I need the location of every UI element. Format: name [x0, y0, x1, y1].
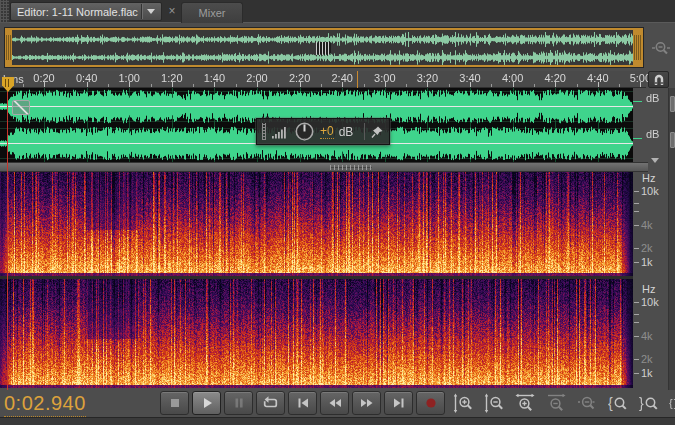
ruler-tick [555, 82, 556, 87]
audition-window: Editor: 1-11 Normale.flac × Mixer [0, 0, 675, 425]
fast-forward-button[interactable] [352, 391, 381, 415]
ruler-tick [278, 84, 279, 87]
ruler-labels: 0:200:401:001:201:402:002:202:403:003:20… [0, 71, 646, 87]
ruler-tick [214, 82, 215, 87]
ruler-tick [193, 84, 194, 87]
loop-icon [262, 395, 279, 411]
splitter-grip[interactable] [330, 165, 372, 170]
tab-mixer[interactable]: Mixer [181, 2, 243, 23]
wave-spectral-splitter[interactable] [0, 162, 648, 172]
timeline-ruler[interactable]: hms 0:200:401:001:201:402:002:202:403:00… [0, 71, 646, 88]
hud-divider [364, 123, 365, 140]
ruler-tick [406, 84, 407, 87]
chevron-down-icon [147, 9, 155, 14]
play-button[interactable] [192, 391, 221, 415]
zoom-navigator[interactable] [4, 27, 644, 68]
stop-button[interactable] [160, 391, 189, 415]
skip-back-icon [295, 395, 311, 411]
pause-button[interactable] [224, 391, 253, 415]
ruler-tick [87, 82, 88, 87]
ruler-tick [172, 82, 173, 87]
gain-hud[interactable]: +0 dB [256, 118, 390, 145]
db-tick [633, 138, 642, 139]
db-scale-label: dB [646, 128, 659, 140]
ruler-tick [321, 84, 322, 87]
panel-menu-arrow-icon[interactable] [651, 158, 659, 163]
playhead-line [7, 88, 8, 390]
zoom-out-amplitude-button[interactable] [483, 392, 505, 414]
ruler-tick [342, 82, 343, 87]
zoom-out-point-button[interactable]: } [638, 392, 660, 414]
magnet-icon [652, 73, 666, 86]
ruler-tick [598, 82, 599, 87]
svg-text:{: { [669, 397, 673, 409]
scrollbar-thumb[interactable] [670, 132, 675, 148]
zoom-out-time-button[interactable] [545, 392, 567, 414]
navigator-position-grip[interactable] [316, 42, 331, 55]
hz-unit-label: Hz [642, 283, 655, 295]
svg-text:{: { [608, 395, 613, 411]
record-button[interactable] [416, 391, 445, 415]
rewind-button[interactable] [320, 391, 349, 415]
spectrogram-channel-left-canvas[interactable] [0, 172, 633, 276]
tab-separator [141, 4, 142, 19]
zoom-out-full-icon[interactable] [650, 37, 672, 59]
zoom-in-point-button[interactable]: { [607, 392, 629, 414]
mixer-tab-label: Mixer [199, 7, 226, 19]
snap-toggle-button[interactable] [648, 71, 669, 88]
db-tick [633, 101, 642, 102]
ruler-tick [300, 82, 301, 87]
ruler-tick [491, 84, 492, 87]
zoom-in-amplitude-button[interactable] [452, 392, 474, 414]
ruler-tick [513, 82, 514, 87]
ruler-tick [619, 84, 620, 87]
mini-hud-icon[interactable] [12, 100, 30, 115]
freq-label: 2k [641, 353, 653, 365]
gain-knob-icon[interactable] [294, 121, 315, 142]
selection-right-handle[interactable] [633, 28, 643, 67]
status-bar [0, 417, 675, 425]
zoom-to-selection-button[interactable]: { } [669, 392, 675, 414]
selection-left-handle[interactable] [5, 28, 12, 67]
handle-grip-lines [6, 35, 11, 60]
selection-top-border [5, 28, 643, 30]
freq-label: 10k [641, 185, 659, 197]
volume-bars-icon [271, 124, 289, 139]
tab-bar: Editor: 1-11 Normale.flac × Mixer [0, 0, 675, 23]
fast-forward-icon [359, 395, 375, 411]
spectrogram-channel-right-canvas[interactable] [0, 279, 633, 388]
zoom-in-time-button[interactable] [514, 392, 536, 414]
handle-grip-lines [634, 35, 641, 60]
loop-playback-button[interactable] [256, 391, 285, 415]
record-icon [423, 395, 439, 411]
hz-unit-label: Hz [642, 172, 655, 184]
skip-to-end-button[interactable] [384, 391, 413, 415]
ruler-tick [364, 84, 365, 87]
ruler-tick [534, 84, 535, 87]
pin-icon[interactable] [370, 125, 384, 139]
gain-unit-label: dB [339, 125, 354, 139]
scrollbar-thumb[interactable] [670, 96, 675, 112]
svg-text:}: } [639, 395, 644, 411]
ruler-tick [23, 84, 24, 87]
close-panel-icon[interactable]: × [166, 3, 178, 19]
ruler-tick [44, 82, 45, 87]
ruler-tick [385, 82, 386, 87]
freq-label: 4k [641, 219, 653, 231]
panel-grip[interactable] [0, 0, 9, 23]
ruler-tick [108, 84, 109, 87]
hud-grip[interactable] [262, 123, 266, 140]
gain-value[interactable]: +0 [320, 125, 334, 139]
freq-label: 4k [641, 330, 653, 342]
time-display[interactable]: 0:02.940 [4, 392, 86, 417]
editor-tab-label: Editor: 1-11 Normale.flac [11, 6, 141, 18]
ruler-tick [129, 82, 130, 87]
ruler-tick [449, 84, 450, 87]
vertical-scrollbar[interactable] [668, 88, 675, 390]
ruler-tick [65, 84, 66, 87]
freq-label: 10k [641, 296, 659, 308]
zoom-reset-button[interactable] [576, 392, 598, 414]
editor-tab-dropdown[interactable]: Editor: 1-11 Normale.flac [10, 2, 162, 21]
ruler-tick [257, 82, 258, 87]
skip-to-start-button[interactable] [288, 391, 317, 415]
